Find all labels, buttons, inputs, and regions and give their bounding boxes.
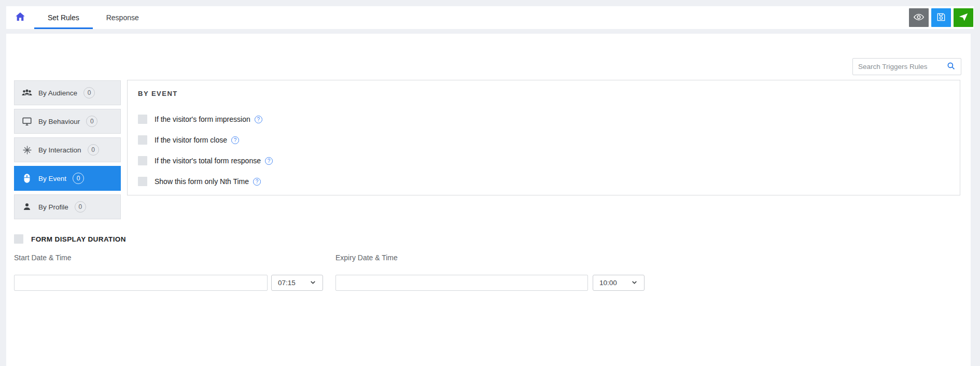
navbar-actions (909, 8, 974, 27)
rule-row-nth-time: Show this form only Nth Time ? (138, 171, 949, 192)
help-icon[interactable]: ? (253, 178, 261, 186)
start-time-value: 07:15 (278, 279, 296, 287)
count-badge: 0 (73, 173, 84, 184)
sidebar-item-label: By Event (38, 175, 66, 182)
profile-icon (21, 202, 33, 212)
rule-checkbox[interactable] (138, 135, 147, 145)
chevron-down-icon (631, 279, 638, 287)
search-box (852, 58, 961, 75)
main-content: By Audience 0 By Behaviour 0 (6, 34, 971, 366)
rules-list: If the visitor's form impression ? If th… (138, 109, 949, 192)
count-badge: 0 (88, 144, 99, 156)
rule-label: Show this form only Nth Time (155, 177, 249, 186)
sidebar-item-label: By Profile (38, 203, 68, 211)
top-navbar: Set Rules Response (6, 6, 974, 29)
sidebar-item-by-profile[interactable]: By Profile 0 (14, 194, 121, 219)
sidebar-item-label: By Behaviour (38, 118, 80, 125)
expiry-time-select[interactable]: 10:00 (593, 275, 645, 291)
tab-set-rules[interactable]: Set Rules (34, 6, 93, 29)
form-display-duration-title: FORM DISPLAY DURATION (31, 235, 126, 243)
count-badge: 0 (86, 116, 97, 127)
search-input[interactable] (858, 63, 946, 71)
tab-set-rules-label: Set Rules (48, 13, 79, 22)
eye-icon (913, 11, 925, 24)
page: Set Rules Response (0, 0, 980, 366)
expiry-date-input[interactable] (335, 275, 588, 291)
rule-checkbox[interactable] (138, 177, 147, 186)
active-tab-underline (34, 27, 93, 29)
behaviour-icon (21, 117, 33, 126)
by-event-panel: BY EVENT If the visitor's form impressio… (127, 80, 960, 195)
sidebar-item-by-behaviour[interactable]: By Behaviour 0 (14, 109, 121, 134)
preview-button[interactable] (909, 8, 929, 27)
interaction-icon (21, 145, 33, 155)
chevron-down-icon (310, 279, 316, 287)
count-badge: 0 (75, 201, 86, 213)
expiry-time-value: 10:00 (599, 279, 617, 287)
form-display-duration-row: FORM DISPLAY DURATION (14, 234, 126, 244)
rule-label: If the visitor's form impression (155, 115, 250, 123)
rule-label: If the visitor's total form response (155, 157, 261, 165)
audience-icon (21, 88, 33, 97)
search-icon[interactable] (946, 61, 956, 73)
tab-response-label: Response (106, 13, 139, 22)
start-time-select[interactable]: 07:15 (271, 275, 323, 291)
help-icon[interactable]: ? (255, 116, 262, 123)
home-icon (15, 11, 26, 24)
trigger-category-sidebar: By Audience 0 By Behaviour 0 (14, 80, 121, 223)
sidebar-item-label: By Interaction (38, 146, 81, 154)
home-button[interactable] (6, 6, 34, 29)
rule-row-total-form-response: If the visitor's total form response ? (138, 150, 949, 171)
start-date-input[interactable] (14, 275, 268, 291)
rule-checkbox[interactable] (138, 115, 147, 124)
save-button[interactable] (931, 8, 951, 27)
tab-response[interactable]: Response (93, 6, 152, 29)
rule-checkbox[interactable] (138, 156, 147, 165)
rule-row-form-close: If the visitor form close ? (138, 130, 949, 150)
sidebar-item-by-interaction[interactable]: By Interaction 0 (14, 137, 121, 162)
mouse-icon (21, 173, 33, 184)
sidebar-item-by-event[interactable]: By Event 0 (14, 166, 121, 191)
help-icon[interactable]: ? (231, 136, 239, 144)
rule-label: If the visitor form close (155, 136, 227, 144)
sidebar-item-by-audience[interactable]: By Audience 0 (14, 80, 121, 105)
sidebar-item-label: By Audience (38, 89, 77, 97)
save-icon (936, 12, 946, 24)
rule-row-form-impression: If the visitor's form impression ? (138, 109, 949, 130)
expiry-date-label: Expiry Date & Time (335, 254, 398, 262)
panel-title: BY EVENT (138, 90, 949, 97)
send-button[interactable] (954, 8, 973, 27)
count-badge: 0 (83, 87, 95, 98)
form-display-duration-checkbox[interactable] (14, 234, 23, 244)
start-date-label: Start Date & Time (14, 254, 71, 262)
help-icon[interactable]: ? (265, 157, 273, 165)
send-icon (958, 11, 969, 24)
